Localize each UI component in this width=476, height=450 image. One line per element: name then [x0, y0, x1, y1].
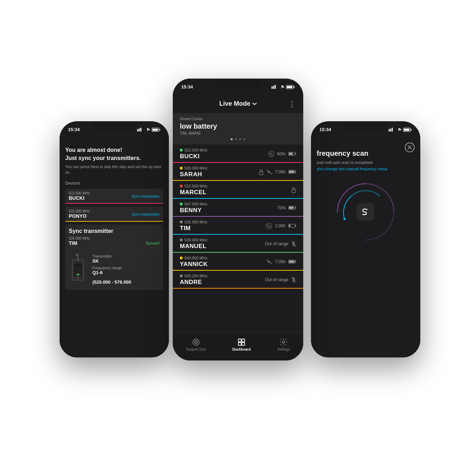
- benny-bar: [173, 216, 303, 217]
- andre-freq: 545.200 MHz: [180, 274, 207, 278]
- svg-rect-44: [295, 261, 296, 262]
- channel-andre[interactable]: 545.200 MHz ANDRE Out of range: [173, 271, 303, 289]
- channel-manuel[interactable]: 539.600 MHz MANUEL Out of range: [173, 235, 303, 253]
- channel-bucki[interactable]: 522.500 MHz BUCKI 60%: [173, 145, 303, 163]
- sarah-freq: 530.000 MHz: [180, 166, 207, 170]
- channel-tim[interactable]: 535.000 MHz TIM 1:00h: [173, 217, 303, 235]
- svg-rect-33: [289, 207, 294, 209]
- nav-dashboard[interactable]: Dashboard: [232, 338, 251, 351]
- device-freq-bucki: 522.500 MHz: [69, 191, 90, 195]
- tim-time: 1:00h: [275, 223, 286, 228]
- nav-settings[interactable]: Settings: [277, 338, 290, 351]
- sarah-bar: [173, 180, 303, 181]
- smart-center-label: Smart Center: [180, 117, 296, 121]
- andre-meta: Out of range: [265, 277, 296, 283]
- benny-battery-pct: 70%: [277, 205, 286, 210]
- svg-rect-43: [289, 261, 294, 263]
- yannick-name: YANNICK: [180, 261, 208, 268]
- bucki-freq: 522.500 MHz: [180, 148, 207, 152]
- svg-rect-14: [271, 86, 273, 89]
- device-name-ponyo: PONYO: [69, 213, 90, 219]
- manuel-bar: [173, 252, 303, 253]
- battery-icon-tim: [288, 224, 296, 228]
- next-button[interactable]: Next: [398, 356, 409, 357]
- svg-line-12: [76, 254, 78, 255]
- tim-freq: 535.000 MHz: [69, 236, 160, 240]
- transmitter-freq-range: Q1-6: [92, 270, 131, 275]
- battery-icon-benny: [288, 206, 296, 210]
- right-link[interactable]: also change into manual frequency setup.: [317, 167, 415, 171]
- devices-label: Devices: [65, 181, 163, 186]
- svg-rect-5: [152, 129, 158, 131]
- smart-center-banner: Smart Center low battery TIM, MARIE: [173, 113, 303, 144]
- benny-meta: 70%: [277, 205, 296, 210]
- scene: 15:34 You are almost done! Just sync you…: [44, 23, 432, 428]
- device-list-left: 522.500 MHz BUCKI Sync transmitter 525.0…: [65, 189, 163, 222]
- battery-icon-yannick: [288, 260, 296, 264]
- status-bar-right: 15:34: [311, 125, 420, 134]
- tim-name: TIM: [69, 240, 77, 246]
- scan-circle: [330, 177, 401, 247]
- nav-support-hub[interactable]: Support Hub: [186, 338, 206, 351]
- svg-rect-30: [295, 171, 296, 172]
- smart-center-title: low battery: [180, 122, 296, 130]
- transmitter-details: Transmitter SK Frequency range: Q1-6 (52…: [92, 253, 131, 286]
- live-mode-title: Live Mode: [219, 100, 257, 107]
- sarah-time: 7:00h: [275, 169, 286, 174]
- bucki-name: BUCKI: [180, 153, 207, 160]
- svg-rect-49: [238, 339, 241, 342]
- bt-icon-manuel: [291, 241, 296, 247]
- benny-freq: 547.500 MHz: [180, 202, 207, 206]
- battery-icon-bucki: [288, 152, 296, 156]
- left-sub-text: You can press Next to skip this step and…: [65, 164, 163, 175]
- channel-marcel[interactable]: 532.500 MHz MARCEL: [173, 181, 303, 199]
- yannick-freq: 540.000 MHz: [180, 256, 208, 260]
- transmitter-freq-detail: (520.000 - 576.000: [92, 279, 131, 285]
- marcel-freq: 532.500 MHz: [180, 184, 207, 188]
- svg-rect-54: [389, 129, 390, 131]
- sarah-name: SARAH: [180, 171, 207, 178]
- mute-icon-bucki: [268, 151, 274, 157]
- right-title: frequency scan: [317, 149, 415, 158]
- svg-rect-19: [287, 86, 292, 88]
- smart-center-sub: TIM, MARIE: [180, 131, 296, 135]
- svg-rect-16: [275, 85, 276, 89]
- svg-rect-55: [390, 129, 391, 132]
- tim-meta: 1:00h: [266, 223, 296, 229]
- svg-rect-34: [295, 207, 296, 208]
- left-header-text: You are almost done! Just sync your tran…: [65, 146, 163, 162]
- svg-point-10: [77, 277, 79, 279]
- transmitter-label: Transmitter: [92, 254, 112, 258]
- svg-rect-26: [260, 172, 263, 175]
- channel-list: 522.500 MHz BUCKI 60%: [173, 145, 303, 360]
- device-name-bucki: BUCKI: [69, 195, 90, 201]
- svg-rect-50: [242, 339, 245, 342]
- sync-block-header: Sync transmitter 535.000 MHz TIM Synced!: [65, 224, 163, 250]
- status-icons-right: [389, 128, 412, 132]
- nav-label-dashboard: Dashboard: [232, 347, 251, 351]
- device-item-bucki: 522.500 MHz BUCKI Sync transmitter: [65, 189, 163, 204]
- right-desc: wait until auto scan is completed.: [317, 160, 415, 166]
- close-button-right[interactable]: [405, 142, 415, 152]
- time-right: 15:34: [319, 127, 331, 132]
- svg-rect-59: [404, 129, 409, 131]
- channel-benny[interactable]: 547.500 MHz BENNY 70%: [173, 199, 303, 217]
- more-menu-icon[interactable]: ⋮: [288, 100, 296, 108]
- svg-rect-52: [242, 343, 245, 345]
- sync-btn-bucki[interactable]: Sync transmitter: [132, 194, 160, 198]
- andre-bar: [173, 288, 303, 289]
- nav-label-settings: Settings: [277, 347, 290, 351]
- manuel-name: MANUEL: [180, 243, 207, 250]
- right-screen-content: frequency scan wait until auto scan is c…: [311, 138, 420, 357]
- device-freq-ponyo: 525.000 MHz: [69, 209, 90, 213]
- svg-point-53: [282, 341, 285, 343]
- sync-btn-ponyo[interactable]: Sync transmitter: [132, 212, 160, 216]
- tim-freq-center: 535.000 MHz: [180, 220, 207, 224]
- status-icons-left: [137, 128, 160, 132]
- tim-bar: [173, 234, 303, 235]
- svg-point-17: [281, 88, 282, 88]
- channel-sarah[interactable]: 530.000 MHz SARAH 7:00h: [173, 163, 303, 181]
- channel-yannick[interactable]: 540.000 MHz YANNICK 7:00h: [173, 253, 303, 271]
- device-item-ponyo: 525.000 MHz PONYO Sync transmitter: [65, 206, 163, 222]
- manuel-freq: 539.600 MHz: [180, 238, 207, 242]
